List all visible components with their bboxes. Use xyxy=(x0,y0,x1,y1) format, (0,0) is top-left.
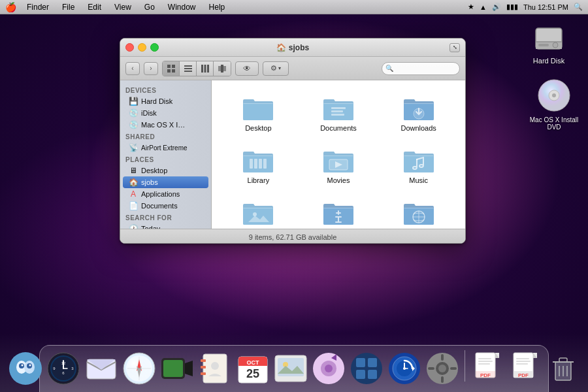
dock-mail[interactable] xyxy=(84,351,118,385)
public-folder-icon-svg xyxy=(322,199,355,226)
svg-rect-103 xyxy=(478,363,490,365)
volume-icon[interactable]: 🔊 xyxy=(492,3,501,11)
svg-rect-26 xyxy=(254,159,257,169)
quick-look-button[interactable]: 👁 xyxy=(235,61,259,76)
sidebar-item-harddisk-label: Hard Disk xyxy=(141,97,172,105)
dock-expose[interactable] xyxy=(350,351,384,385)
menubar: 🍎 Finder File Edit View Go Window Help ★… xyxy=(0,0,588,14)
sidebar-item-desktop-label: Desktop xyxy=(141,167,167,174)
dock-clock[interactable]: 12693 xyxy=(46,351,80,385)
menu-help[interactable]: Help xyxy=(206,3,228,12)
window-close-button[interactable] xyxy=(125,43,134,52)
sidebar-item-macosx[interactable]: 💿 Mac OS X I… xyxy=(123,119,208,131)
sidebar-item-airport-label: AirPort Extreme xyxy=(141,144,188,152)
svg-rect-60 xyxy=(163,360,183,377)
window-expand-button[interactable]: ⤡ xyxy=(449,43,460,52)
dock-finder[interactable] xyxy=(8,351,42,385)
sidebar-item-today[interactable]: 🕐 Today xyxy=(123,223,208,229)
sidebar-item-airport[interactable]: 📡 AirPort Extreme xyxy=(123,142,208,154)
sidebar-item-desktop[interactable]: 🖥 Desktop xyxy=(123,165,208,176)
desktop-dvd-icon[interactable]: Mac OS X Install DVD xyxy=(528,77,580,131)
svg-rect-28 xyxy=(263,159,267,169)
menubar-right: ★ ▲ 🔊 ▮▮▮ Thu 12:51 PM 🔍 xyxy=(468,3,583,11)
menu-edit[interactable]: Edit xyxy=(85,3,104,12)
svg-rect-109 xyxy=(516,358,529,359)
svg-rect-14 xyxy=(184,71,192,72)
dock-iphoto[interactable] xyxy=(274,351,308,385)
dock-ical[interactable]: OCT25 xyxy=(236,351,270,385)
dock-pdf1[interactable]: PDF xyxy=(470,351,504,385)
dock-items: 12693 xyxy=(2,350,587,389)
dock-trash[interactable] xyxy=(546,351,580,385)
sidebar-item-harddisk[interactable]: 💾 Hard Disk xyxy=(123,95,208,107)
downloads-folder-icon-svg xyxy=(402,94,435,122)
action-button[interactable]: ⚙▾ xyxy=(263,61,289,76)
dock-syspref[interactable] xyxy=(425,351,459,385)
folder-movies[interactable]: Movies xyxy=(299,139,379,191)
svg-rect-78 xyxy=(356,358,365,367)
svg-point-3 xyxy=(553,42,558,48)
back-button[interactable]: ‹ xyxy=(125,62,140,75)
ical-icon: OCT25 xyxy=(236,351,270,385)
svg-rect-110 xyxy=(516,361,531,362)
svg-rect-11 xyxy=(172,69,175,73)
sidebar-item-documents[interactable]: 📄 Documents xyxy=(123,200,208,212)
menu-view[interactable]: View xyxy=(112,3,134,12)
coverflow-view-button[interactable] xyxy=(214,61,231,76)
music-folder-label: Music xyxy=(409,176,428,184)
apple-menu[interactable]: 🍎 xyxy=(5,2,16,12)
dock-pdf2[interactable]: PDF xyxy=(508,351,542,385)
folder-sites[interactable]: Sites xyxy=(378,191,459,229)
dock-addressbook[interactable] xyxy=(198,351,232,385)
menu-file[interactable]: File xyxy=(59,3,77,12)
spotlight-icon[interactable]: 🔍 xyxy=(574,3,583,11)
svg-rect-94 xyxy=(428,367,434,370)
sidebar-item-applications[interactable]: A Applications xyxy=(123,188,208,200)
folder-music[interactable]: Music xyxy=(378,139,459,191)
folder-documents[interactable]: Documents xyxy=(299,87,379,139)
folder-public[interactable]: Public xyxy=(299,191,379,229)
window-title-icon: 🏠 xyxy=(276,43,286,52)
svg-text:OCT: OCT xyxy=(246,359,259,366)
folder-library[interactable]: Library xyxy=(218,139,299,191)
dock-safari[interactable] xyxy=(122,351,156,385)
bluetooth-icon[interactable]: ★ xyxy=(468,3,474,11)
folder-downloads[interactable]: Downloads xyxy=(378,87,459,139)
wifi-icon[interactable]: ▲ xyxy=(480,3,487,11)
desktop-hard-disk-icon[interactable]: Hard Disk xyxy=(523,23,575,65)
applications-icon: A xyxy=(128,189,139,199)
sidebar-item-sjobs[interactable]: 🏠 sjobs xyxy=(123,176,208,188)
column-view-button[interactable] xyxy=(197,61,214,76)
dvd-label: Mac OS X Install DVD xyxy=(528,116,580,131)
window-minimize-button[interactable] xyxy=(138,43,146,52)
svg-text:25: 25 xyxy=(246,367,259,380)
documents-folder-label: Documents xyxy=(320,124,357,132)
menu-go[interactable]: Go xyxy=(142,3,157,12)
folder-pictures[interactable]: Pictures xyxy=(218,191,299,229)
dock-itunes[interactable] xyxy=(312,351,346,385)
window-maximize-button[interactable] xyxy=(150,43,159,52)
library-folder-icon-svg xyxy=(242,146,274,174)
sidebar-item-idisk[interactable]: 💿 iDisk xyxy=(123,107,208,119)
pdf2-icon: PDF xyxy=(508,351,542,385)
folder-desktop[interactable]: Desktop xyxy=(218,87,299,139)
desktop-folder-icon xyxy=(242,94,274,122)
finder-icon xyxy=(8,351,42,385)
sidebar-section-search: SEARCH FOR xyxy=(120,212,211,223)
syspref-icon xyxy=(425,351,459,385)
svg-text:PDF: PDF xyxy=(518,372,529,378)
battery-icon[interactable]: ▮▮▮ xyxy=(506,3,518,11)
svg-rect-2 xyxy=(536,41,562,42)
icon-view-button[interactable] xyxy=(163,61,180,76)
menu-finder[interactable]: Finder xyxy=(24,3,52,12)
forward-button[interactable]: › xyxy=(144,62,158,75)
sidebar-section-devices: DEVICES xyxy=(120,84,211,95)
svg-rect-22 xyxy=(331,110,343,112)
dock-facetime[interactable] xyxy=(160,351,194,385)
menu-window[interactable]: Window xyxy=(165,3,199,12)
status-bar: 9 items, 62.71 GB available xyxy=(120,229,465,244)
dock-timemachine[interactable] xyxy=(387,351,421,385)
search-input[interactable] xyxy=(382,62,460,75)
list-view-button[interactable] xyxy=(180,61,197,76)
iphoto-icon xyxy=(274,351,308,385)
